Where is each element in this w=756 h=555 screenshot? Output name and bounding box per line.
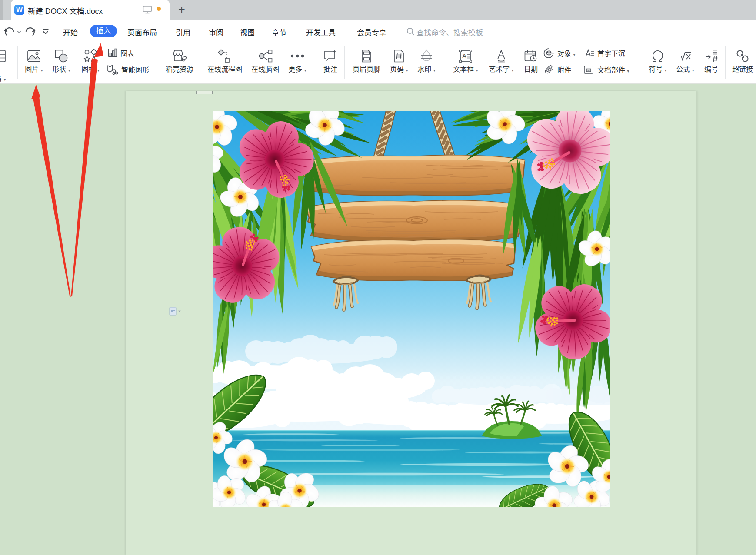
- svg-text:A: A: [462, 52, 466, 60]
